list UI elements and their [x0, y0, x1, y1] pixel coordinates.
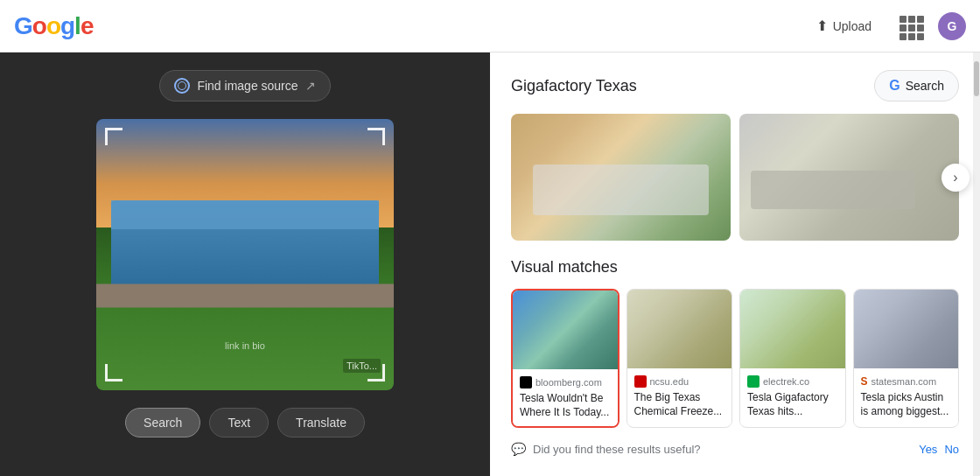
match-card-electrek[interactable]: electrek.co Tesla Gigafactory Texas hits… [739, 289, 846, 428]
match-info-bloomberg: bloomberg.com Tesla Wouldn't Be Where It… [513, 369, 618, 426]
scroll-thumb[interactable] [974, 61, 979, 96]
tab-text[interactable]: Text [209, 408, 269, 438]
search-result-title: Gigafactory Texas [511, 77, 637, 95]
feedback-text: Did you find these results useful? [533, 443, 701, 456]
source-name-ncsu: ncsu.edu [650, 376, 690, 387]
images-row: › [511, 114, 959, 241]
lens-icon [174, 78, 190, 94]
header-right: ⬆ Upload G [806, 12, 966, 40]
link-in-bio-text: link in bio [225, 340, 265, 351]
favicon-statesman: S [861, 375, 868, 388]
avatar[interactable]: G [938, 12, 966, 40]
find-image-label: Find image source [197, 79, 298, 93]
match-card-ncsu[interactable]: ncsu.edu The Big Texas Chemical Freeze..… [626, 289, 733, 428]
match-card-bloomberg[interactable]: bloomberg.com Tesla Wouldn't Be Where It… [511, 289, 620, 428]
match-info-electrek: electrek.co Tesla Gigafactory Texas hits… [740, 368, 845, 425]
image-card-2[interactable] [739, 114, 959, 241]
next-arrow[interactable]: › [942, 164, 970, 192]
feedback-row: 💬 Did you find these results useful? Yes… [511, 442, 959, 456]
source-row-statesman: S statesman.com [861, 375, 952, 388]
feedback-icon: 💬 [511, 442, 526, 456]
header: Google ⬆ Upload G [0, 0, 980, 52]
image-card-1[interactable] [511, 114, 731, 241]
source-name-statesman: statesman.com [872, 376, 937, 387]
find-image-source-button[interactable]: Find image source ↗ [159, 70, 330, 102]
search-button-label: Search [906, 79, 944, 93]
bottom-tabs: Search Text Translate [125, 408, 365, 438]
match-title-ncsu: The Big Texas Chemical Freeze... [634, 391, 725, 418]
right-panel: Gigafactory Texas G Search › Visual matc… [490, 52, 980, 476]
building-roof [111, 200, 379, 229]
tab-translate[interactable]: Translate [277, 408, 365, 438]
match-title-electrek: Tesla Gigafactory Texas hits... [747, 391, 838, 418]
search-result-header: Gigafactory Texas G Search [511, 70, 959, 102]
source-name-bloomberg: bloomberg.com [536, 377, 602, 388]
match-title-statesman: Tesla picks Austin is among biggest... [861, 391, 952, 418]
left-panel: Find image source ↗ link in bio TikTo... [0, 52, 490, 476]
match-info-ncsu: ncsu.edu The Big Texas Chemical Freeze..… [627, 368, 732, 425]
match-title-bloomberg: Tesla Wouldn't Be Where It Is Today... [520, 392, 611, 419]
factory-building [111, 200, 379, 296]
match-image-statesman [854, 290, 959, 368]
main-content: Find image source ↗ link in bio TikTo... [0, 52, 980, 476]
source-row-electrek: electrek.co [747, 375, 838, 388]
favicon-electrek [747, 375, 760, 388]
match-image-electrek [740, 290, 845, 368]
google-search-button[interactable]: G Search [874, 70, 959, 102]
source-name-electrek: electrek.co [763, 376, 809, 387]
image-preview-container: link in bio TikTo... [96, 119, 394, 390]
external-link-icon: ↗ [305, 79, 316, 93]
match-card-statesman[interactable]: S statesman.com Tesla picks Austin is am… [853, 289, 960, 428]
tab-search[interactable]: Search [125, 408, 200, 438]
tiktok-watermark: TikTo... [343, 359, 381, 373]
source-row-bloomberg: bloomberg.com [520, 376, 611, 388]
visual-matches-title: Visual matches [511, 258, 959, 276]
favicon-ncsu [634, 375, 647, 388]
road [96, 284, 394, 308]
upload-icon: ⬆ [816, 18, 828, 34]
match-info-statesman: S statesman.com Tesla picks Austin is am… [854, 368, 959, 425]
scroll-bar [973, 52, 980, 476]
match-image-bloomberg [513, 290, 618, 369]
feedback-no-button[interactable]: No [944, 443, 959, 456]
g-icon: G [889, 78, 900, 94]
apps-icon[interactable] [896, 12, 924, 40]
header-left: Google [14, 12, 93, 40]
match-image-ncsu [627, 290, 732, 368]
upload-label: Upload [833, 19, 872, 33]
favicon-bloomberg [520, 376, 532, 388]
upload-button[interactable]: ⬆ Upload [806, 12, 882, 39]
google-logo[interactable]: Google [14, 12, 93, 40]
feedback-yes-button[interactable]: Yes [919, 443, 937, 456]
matches-row: bloomberg.com Tesla Wouldn't Be Where It… [511, 289, 959, 428]
source-row-ncsu: ncsu.edu [634, 375, 725, 388]
avatar-initial: G [948, 19, 957, 33]
